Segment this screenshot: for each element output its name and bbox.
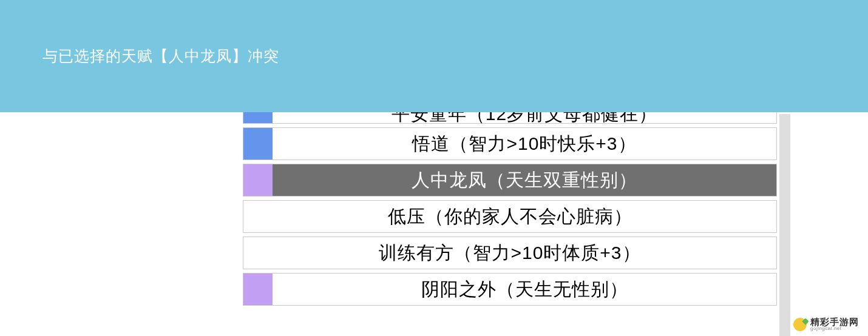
talent-label: 低压（你的家人不会心脏病） xyxy=(243,204,776,229)
talent-row[interactable]: 低压（你的家人不会心脏病） xyxy=(243,200,777,233)
watermark-text: 精彩手游网 gojingcai.net xyxy=(810,317,859,331)
talent-row[interactable]: 阴阳之外（天生无性别） xyxy=(243,273,777,306)
talent-row-selected[interactable]: 人中龙凤（天生双重性别） xyxy=(243,164,777,197)
rarity-tag-purple xyxy=(243,274,273,305)
scrollbar-track[interactable] xyxy=(779,114,790,336)
rarity-tag-blue xyxy=(243,128,273,160)
watermark-main: 精彩手游网 xyxy=(810,317,859,326)
watermark-icon xyxy=(793,318,807,331)
talent-label: 人中龙凤（天生双重性别） xyxy=(273,168,776,193)
talent-row[interactable]: 训练有方（智力>10时体质+3） xyxy=(243,237,777,269)
watermark: 精彩手游网 gojingcai.net xyxy=(793,317,859,331)
talent-label: 训练有方（智力>10时体质+3） xyxy=(243,241,776,266)
talent-list: 平安童年（12岁前父母都健在） 悟道（智力>10时快乐+3） 人中龙凤（天生双重… xyxy=(243,109,777,309)
watermark-sub: gojingcai.net xyxy=(810,326,859,331)
talent-row[interactable]: 悟道（智力>10时快乐+3） xyxy=(243,127,777,160)
rarity-tag-purple xyxy=(243,164,273,196)
talent-label: 阴阳之外（天生无性别） xyxy=(273,277,776,302)
conflict-banner: 与已选择的天赋【人中龙凤】冲突 xyxy=(0,0,868,112)
banner-message: 与已选择的天赋【人中龙凤】冲突 xyxy=(42,46,279,66)
talent-label: 悟道（智力>10时快乐+3） xyxy=(273,132,776,156)
